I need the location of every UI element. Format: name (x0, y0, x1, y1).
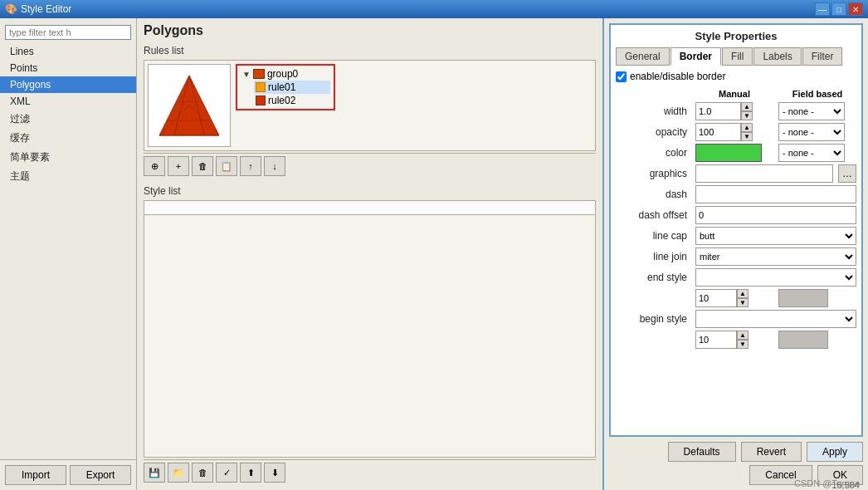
opacity-label: opacity (616, 126, 690, 138)
begin-style-size-input[interactable] (695, 331, 737, 349)
left-panel: Lines Points Polygons XML 过滤 缓存 简单要素 主题 … (0, 18, 137, 490)
width-down-btn[interactable]: ▼ (741, 111, 753, 120)
rules-up-btn[interactable]: ↑ (240, 156, 261, 176)
color-field-select[interactable]: - none - (778, 144, 845, 162)
revert-button[interactable]: Revert (741, 442, 802, 462)
width-up-btn[interactable]: ▲ (741, 102, 753, 111)
end-style-size-input[interactable] (695, 289, 737, 307)
end-style-label: end style (616, 272, 690, 283)
import-button[interactable]: Import (5, 465, 66, 485)
style-section: Style list 💾 📁 🗑 ✓ ⬆ ⬇ (144, 185, 596, 485)
rules-toolbar: ⊕ + 🗑 📋 ↑ ↓ (144, 153, 596, 179)
dash-offset-label: dash offset (616, 209, 690, 221)
tree-rule01[interactable]: rule01 (254, 81, 330, 94)
style-toolbar: 💾 📁 🗑 ✓ ⬆ ⬇ (144, 459, 596, 485)
tab-labels[interactable]: Labels (753, 47, 801, 66)
rules-copy-btn[interactable]: 📋 (216, 156, 237, 176)
begin-style-up-btn[interactable]: ▲ (737, 331, 749, 340)
style-upload-btn[interactable]: ⬆ (240, 463, 261, 483)
begin-style-label: begin style (616, 313, 690, 325)
tab-filter[interactable]: Filter (802, 47, 843, 66)
style-load-btn[interactable]: 📁 (168, 463, 189, 483)
rule01-color-icon (256, 82, 266, 92)
dash-offset-input[interactable] (695, 206, 856, 224)
opacity-field-select[interactable]: - none - (778, 123, 845, 141)
tree-rule02[interactable]: rule02 (254, 94, 330, 107)
style-props-title: Style Properties (616, 30, 856, 42)
right-panel: Style Properties General Border Fill Lab… (602, 18, 868, 490)
sidebar-item-simple[interactable]: 简单要素 (0, 148, 136, 167)
opacity-up-btn[interactable]: ▲ (741, 123, 753, 132)
filter-input[interactable] (5, 25, 131, 40)
center-panel: Polygons Rules list (137, 18, 602, 490)
end-style-down-btn[interactable]: ▼ (737, 298, 749, 307)
rules-add-group-btn[interactable]: ⊕ (144, 156, 165, 176)
maximize-button[interactable]: □ (831, 2, 846, 16)
width-field-select[interactable]: - none - (778, 102, 845, 120)
line-cap-label: line cap (616, 230, 690, 242)
style-apply-btn[interactable]: ✓ (216, 463, 237, 483)
style-save-btn[interactable]: 💾 (144, 463, 165, 483)
expand-icon: ▼ (242, 70, 251, 79)
tabs-row: General Border Fill Labels Filter (616, 47, 856, 66)
rules-down-btn[interactable]: ↓ (264, 156, 285, 176)
group0-label: group0 (267, 68, 298, 80)
rules-tree: ▼ group0 rule01 (236, 64, 592, 110)
line-join-select[interactable]: miter round bevel (695, 247, 856, 266)
export-button[interactable]: Export (70, 465, 131, 485)
defaults-button[interactable]: Defaults (668, 442, 736, 462)
tab-border[interactable]: Border (671, 47, 721, 66)
line-cap-select[interactable]: butt round square (695, 227, 856, 245)
line-join-label: line join (616, 251, 690, 262)
dash-label: dash (616, 189, 690, 200)
color-label: color (616, 147, 690, 159)
watermark: CSDN @Torque (794, 478, 860, 488)
rule02-label: rule02 (268, 95, 295, 106)
apply-button[interactable]: Apply (807, 442, 863, 462)
dash-input[interactable] (695, 185, 856, 203)
end-style-select[interactable] (695, 268, 856, 287)
group-color-icon (253, 69, 265, 79)
graphics-input[interactable] (695, 164, 833, 183)
style-search-input[interactable] (144, 201, 595, 215)
sidebar-item-theme[interactable]: 主题 (0, 167, 136, 186)
style-delete-btn[interactable]: 🗑 (192, 463, 213, 483)
color-swatch[interactable] (695, 144, 762, 162)
title-bar: 🎨 Style Editor — □ ✕ (0, 0, 868, 18)
opacity-input[interactable] (695, 123, 741, 141)
end-style-color (778, 289, 828, 307)
title-bar-title: Style Editor (21, 3, 71, 15)
begin-style-select[interactable] (695, 310, 856, 328)
sidebar-item-xml[interactable]: XML (0, 93, 136, 110)
tab-fill[interactable]: Fill (722, 47, 753, 66)
app-icon: 🎨 (5, 3, 17, 15)
graphics-label: graphics (616, 168, 690, 179)
tree-group0[interactable]: ▼ group0 (241, 67, 330, 81)
close-button[interactable]: ✕ (848, 2, 863, 16)
rules-delete-btn[interactable]: 🗑 (192, 156, 213, 176)
style-label: Style list (144, 185, 596, 197)
rules-section: Rules list (144, 45, 596, 179)
begin-style-down-btn[interactable]: ▼ (737, 340, 749, 349)
style-list-content (144, 215, 595, 348)
rules-preview (148, 64, 231, 147)
enable-border-label: enable/disable border (630, 71, 725, 82)
rules-add-btn[interactable]: + (168, 156, 189, 176)
width-input[interactable] (695, 102, 741, 120)
end-style-up-btn[interactable]: ▲ (737, 289, 749, 298)
tab-general[interactable]: General (616, 47, 670, 66)
sidebar-item-filter[interactable]: 过滤 (0, 110, 136, 129)
opacity-down-btn[interactable]: ▼ (741, 132, 753, 141)
style-download-btn[interactable]: ⬇ (264, 463, 285, 483)
minimize-button[interactable]: — (815, 2, 830, 16)
sidebar-item-lines[interactable]: Lines (0, 43, 136, 60)
header-field-based: Field based (778, 89, 856, 99)
enable-border-checkbox[interactable] (616, 71, 627, 82)
enable-border-row: enable/disable border (616, 71, 856, 82)
header-manual: Manual (695, 89, 773, 99)
sidebar-item-polygons[interactable]: Polygons (0, 76, 136, 93)
rule02-color-icon (256, 96, 266, 105)
graphics-dots-btn[interactable]: … (838, 164, 856, 183)
sidebar-item-points[interactable]: Points (0, 60, 136, 76)
sidebar-item-cache[interactable]: 缓存 (0, 129, 136, 148)
